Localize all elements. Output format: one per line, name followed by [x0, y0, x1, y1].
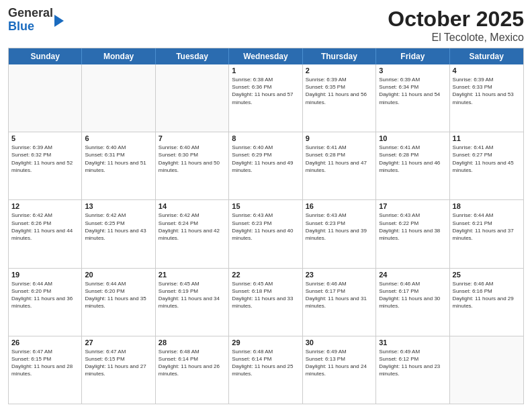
day-info: Sunrise: 6:38 AM Sunset: 6:36 PM Dayligh…	[232, 76, 299, 106]
day-header-friday: Friday	[376, 48, 449, 64]
day-number: 17	[379, 202, 446, 210]
calendar-day-16: 16Sunrise: 6:43 AM Sunset: 6:23 PM Dayli…	[303, 200, 376, 267]
calendar-day-21: 21Sunrise: 6:45 AM Sunset: 6:19 PM Dayli…	[156, 269, 229, 336]
day-number: 16	[306, 202, 373, 210]
day-info: Sunrise: 6:42 AM Sunset: 6:25 PM Dayligh…	[85, 212, 152, 242]
day-number: 26	[11, 338, 79, 347]
day-number: 6	[85, 134, 152, 142]
day-info: Sunrise: 6:45 AM Sunset: 6:18 PM Dayligh…	[232, 280, 299, 310]
calendar: SundayMondayTuesdayWednesdayThursdayFrid…	[8, 48, 524, 404]
day-info: Sunrise: 6:46 AM Sunset: 6:17 PM Dayligh…	[306, 280, 373, 310]
calendar-day-23: 23Sunrise: 6:46 AM Sunset: 6:17 PM Dayli…	[303, 269, 376, 336]
day-info: Sunrise: 6:48 AM Sunset: 6:14 PM Dayligh…	[232, 348, 299, 378]
calendar-day-15: 15Sunrise: 6:43 AM Sunset: 6:23 PM Dayli…	[229, 200, 302, 267]
day-number: 31	[379, 338, 446, 347]
day-info: Sunrise: 6:44 AM Sunset: 6:21 PM Dayligh…	[453, 212, 521, 242]
day-info: Sunrise: 6:39 AM Sunset: 6:32 PM Dayligh…	[11, 144, 79, 174]
day-number: 23	[306, 271, 373, 279]
day-number: 1	[232, 66, 299, 75]
day-info: Sunrise: 6:40 AM Sunset: 6:29 PM Dayligh…	[232, 144, 299, 174]
page-title: October 2025	[388, 7, 524, 32]
day-number: 25	[453, 271, 521, 279]
day-header-wednesday: Wednesday	[229, 48, 302, 64]
calendar-day-25: 25Sunrise: 6:46 AM Sunset: 6:16 PM Dayli…	[450, 269, 523, 336]
calendar-row-4: 26Sunrise: 6:47 AM Sunset: 6:15 PM Dayli…	[9, 336, 523, 404]
calendar-row-2: 12Sunrise: 6:42 AM Sunset: 6:26 PM Dayli…	[9, 200, 523, 268]
day-number: 30	[306, 338, 373, 347]
header: General Blue October 2025 El Tecolote, M…	[8, 7, 524, 44]
day-number: 29	[232, 338, 299, 347]
calendar-day-19: 19Sunrise: 6:44 AM Sunset: 6:20 PM Dayli…	[9, 269, 82, 336]
day-info: Sunrise: 6:47 AM Sunset: 6:15 PM Dayligh…	[85, 348, 152, 378]
day-info: Sunrise: 6:49 AM Sunset: 6:13 PM Dayligh…	[306, 348, 373, 378]
day-info: Sunrise: 6:41 AM Sunset: 6:27 PM Dayligh…	[453, 144, 521, 174]
day-info: Sunrise: 6:46 AM Sunset: 6:16 PM Dayligh…	[453, 280, 521, 310]
page-subtitle: El Tecolote, Mexico	[388, 32, 524, 44]
day-number: 7	[159, 134, 226, 142]
day-number: 19	[11, 271, 79, 279]
calendar-empty-cell	[82, 64, 155, 132]
day-info: Sunrise: 6:41 AM Sunset: 6:28 PM Dayligh…	[306, 144, 373, 174]
calendar-day-10: 10Sunrise: 6:41 AM Sunset: 6:28 PM Dayli…	[376, 132, 449, 199]
day-number: 9	[306, 134, 373, 142]
day-info: Sunrise: 6:45 AM Sunset: 6:19 PM Dayligh…	[159, 280, 226, 310]
calendar-row-3: 19Sunrise: 6:44 AM Sunset: 6:20 PM Dayli…	[9, 269, 523, 336]
day-info: Sunrise: 6:39 AM Sunset: 6:35 PM Dayligh…	[306, 76, 373, 106]
calendar-day-20: 20Sunrise: 6:44 AM Sunset: 6:20 PM Dayli…	[82, 269, 155, 336]
calendar-day-1: 1Sunrise: 6:38 AM Sunset: 6:36 PM Daylig…	[229, 64, 302, 132]
calendar-empty-cell	[450, 336, 523, 404]
page: General Blue October 2025 El Tecolote, M…	[0, 0, 532, 411]
calendar-day-28: 28Sunrise: 6:48 AM Sunset: 6:14 PM Dayli…	[156, 336, 229, 404]
day-info: Sunrise: 6:41 AM Sunset: 6:28 PM Dayligh…	[379, 144, 446, 174]
day-number: 2	[306, 66, 373, 75]
calendar-day-3: 3Sunrise: 6:39 AM Sunset: 6:34 PM Daylig…	[376, 64, 449, 132]
calendar-day-8: 8Sunrise: 6:40 AM Sunset: 6:29 PM Daylig…	[229, 132, 302, 199]
day-info: Sunrise: 6:44 AM Sunset: 6:20 PM Dayligh…	[11, 280, 79, 310]
calendar-body: 1Sunrise: 6:38 AM Sunset: 6:36 PM Daylig…	[9, 64, 523, 404]
day-number: 27	[85, 338, 152, 347]
calendar-day-26: 26Sunrise: 6:47 AM Sunset: 6:15 PM Dayli…	[9, 336, 82, 404]
day-info: Sunrise: 6:42 AM Sunset: 6:26 PM Dayligh…	[11, 212, 79, 242]
day-number: 4	[453, 66, 521, 75]
calendar-day-4: 4Sunrise: 6:39 AM Sunset: 6:33 PM Daylig…	[450, 64, 523, 132]
calendar-empty-cell	[9, 64, 82, 132]
calendar-day-17: 17Sunrise: 6:43 AM Sunset: 6:22 PM Dayli…	[376, 200, 449, 267]
calendar-day-2: 2Sunrise: 6:39 AM Sunset: 6:35 PM Daylig…	[303, 64, 376, 132]
logo-arrow-icon	[54, 15, 64, 27]
day-number: 12	[11, 202, 79, 210]
day-info: Sunrise: 6:48 AM Sunset: 6:14 PM Dayligh…	[159, 348, 226, 378]
day-number: 15	[232, 202, 299, 210]
day-number: 5	[11, 134, 79, 142]
day-number: 3	[379, 66, 446, 75]
calendar-day-29: 29Sunrise: 6:48 AM Sunset: 6:14 PM Dayli…	[229, 336, 302, 404]
day-number: 11	[453, 134, 521, 142]
calendar-day-30: 30Sunrise: 6:49 AM Sunset: 6:13 PM Dayli…	[303, 336, 376, 404]
day-info: Sunrise: 6:43 AM Sunset: 6:22 PM Dayligh…	[379, 212, 446, 242]
calendar-row-0: 1Sunrise: 6:38 AM Sunset: 6:36 PM Daylig…	[9, 64, 523, 132]
day-info: Sunrise: 6:47 AM Sunset: 6:15 PM Dayligh…	[11, 348, 79, 378]
day-info: Sunrise: 6:42 AM Sunset: 6:24 PM Dayligh…	[159, 212, 226, 242]
day-header-monday: Monday	[82, 48, 155, 64]
logo: General Blue	[8, 7, 64, 34]
day-number: 14	[159, 202, 226, 210]
day-info: Sunrise: 6:40 AM Sunset: 6:31 PM Dayligh…	[85, 144, 152, 174]
day-header-thursday: Thursday	[303, 48, 376, 64]
day-info: Sunrise: 6:43 AM Sunset: 6:23 PM Dayligh…	[306, 212, 373, 242]
calendar-empty-cell	[156, 64, 229, 132]
calendar-header: SundayMondayTuesdayWednesdayThursdayFrid…	[9, 48, 523, 64]
day-number: 18	[453, 202, 521, 210]
day-number: 20	[85, 271, 152, 279]
day-info: Sunrise: 6:49 AM Sunset: 6:12 PM Dayligh…	[379, 348, 446, 378]
calendar-day-11: 11Sunrise: 6:41 AM Sunset: 6:27 PM Dayli…	[450, 132, 523, 199]
calendar-day-6: 6Sunrise: 6:40 AM Sunset: 6:31 PM Daylig…	[82, 132, 155, 199]
day-info: Sunrise: 6:44 AM Sunset: 6:20 PM Dayligh…	[85, 280, 152, 310]
day-header-sunday: Sunday	[9, 48, 82, 64]
day-info: Sunrise: 6:43 AM Sunset: 6:23 PM Dayligh…	[232, 212, 299, 242]
calendar-day-14: 14Sunrise: 6:42 AM Sunset: 6:24 PM Dayli…	[156, 200, 229, 267]
calendar-day-7: 7Sunrise: 6:40 AM Sunset: 6:30 PM Daylig…	[156, 132, 229, 199]
day-number: 24	[379, 271, 446, 279]
calendar-day-5: 5Sunrise: 6:39 AM Sunset: 6:32 PM Daylig…	[9, 132, 82, 199]
calendar-day-9: 9Sunrise: 6:41 AM Sunset: 6:28 PM Daylig…	[303, 132, 376, 199]
day-number: 22	[232, 271, 299, 279]
title-block: October 2025 El Tecolote, Mexico	[388, 7, 524, 44]
